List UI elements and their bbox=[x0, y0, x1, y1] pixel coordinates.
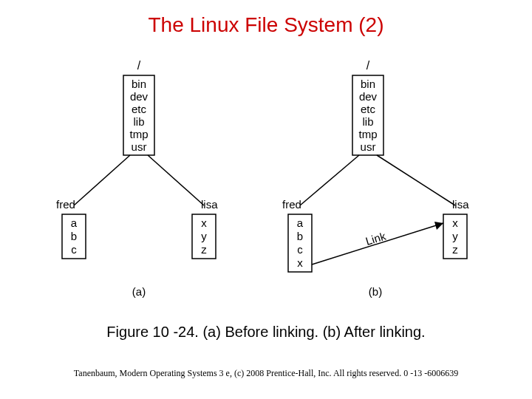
rootdir-a-4: lib bbox=[133, 115, 144, 128]
rootdir-a-6: usr bbox=[132, 140, 147, 153]
lisa-label-a: lisa bbox=[201, 198, 218, 211]
line-a-lisa bbox=[148, 155, 204, 205]
fred-a-3: c bbox=[71, 243, 77, 256]
rootdir-b-2: dev bbox=[359, 90, 378, 103]
figure-container: / bin dev etc lib tmp usr fred a b c lis… bbox=[44, 59, 488, 303]
line-b-fred bbox=[300, 155, 359, 205]
lisa-b-1: x bbox=[452, 216, 458, 229]
root-b: / bbox=[366, 59, 370, 72]
line-a-fred bbox=[74, 155, 130, 205]
fred-a-1: a bbox=[71, 216, 78, 229]
rootdir-b-6: usr bbox=[361, 140, 376, 153]
lisa-a-1: x bbox=[201, 216, 207, 229]
rootdir-a-1: bin bbox=[132, 78, 146, 90]
slide-footer: Tanenbaum, Modern Operating Systems 3 e,… bbox=[0, 368, 532, 379]
lisa-a-3: z bbox=[201, 243, 207, 256]
lisa-label-b: lisa bbox=[452, 198, 469, 211]
fred-a-2: b bbox=[71, 230, 77, 242]
figure-caption: Figure 10 -24. (a) Before linking. (b) A… bbox=[0, 324, 532, 341]
fred-b-1: a bbox=[297, 216, 304, 229]
rootdir-a-2: dev bbox=[130, 90, 149, 103]
lisa-a-2: y bbox=[201, 230, 207, 242]
fred-b-2: b bbox=[297, 230, 303, 242]
rootdir-a-3: etc bbox=[132, 103, 147, 115]
fred-b-3: c bbox=[297, 243, 303, 256]
rootdir-b-1: bin bbox=[361, 78, 375, 90]
panel-label-a: (a) bbox=[132, 285, 146, 298]
root-a: / bbox=[137, 59, 141, 72]
panel-label-b: (b) bbox=[369, 285, 382, 298]
link-label: Link bbox=[364, 229, 388, 247]
slide-title: The Linux File System (2) bbox=[0, 13, 532, 37]
figure-svg: / bin dev etc lib tmp usr fred a b c lis… bbox=[44, 59, 488, 303]
line-b-lisa bbox=[377, 155, 455, 205]
fred-label-b: fred bbox=[282, 198, 301, 211]
fred-b-4: x bbox=[297, 256, 303, 269]
lisa-b-3: z bbox=[452, 243, 458, 256]
rootdir-b-4: lib bbox=[362, 115, 373, 128]
rootdir-a-5: tmp bbox=[129, 128, 148, 140]
rootdir-b-3: etc bbox=[361, 103, 376, 115]
lisa-b-2: y bbox=[452, 230, 458, 242]
link-arrowhead bbox=[434, 222, 443, 230]
slide: The Linux File System (2) / bin dev etc … bbox=[0, 0, 532, 399]
rootdir-b-5: tmp bbox=[358, 128, 377, 140]
fred-label-a: fred bbox=[56, 198, 75, 211]
